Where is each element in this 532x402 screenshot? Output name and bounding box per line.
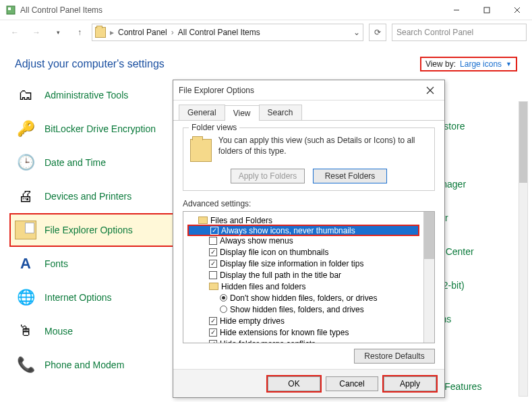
navigation-bar: ← → ▾ ↑ ▸ Control Panel › All Control Pa… [0, 20, 532, 45]
svg-rect-1 [8, 7, 11, 10]
tab-body: Folder views You can apply this view (su… [173, 121, 444, 370]
svg-rect-3 [484, 7, 490, 13]
tree-item-hide-extensions[interactable]: Hide extensions for known file types [187, 326, 419, 338]
window-title: All Control Panel Items [20, 5, 441, 15]
tab-search[interactable]: Search [259, 105, 302, 120]
control-panel-list: 🗂Administrative Tools 🔑BitLocker Drive E… [0, 78, 175, 382]
header-row: Adjust your computer's settings View by:… [0, 45, 532, 78]
up-button[interactable]: ↑ [70, 23, 89, 42]
clock-icon: 🕒 [15, 152, 36, 173]
mouse-icon: 🖱 [15, 320, 36, 342]
search-placeholder: Search Control Panel [396, 28, 473, 37]
minimize-button[interactable] [441, 0, 471, 20]
printer-icon: 🖨 [15, 185, 36, 207]
search-input[interactable]: Search Control Panel [392, 24, 527, 41]
cp-item-devices-printers[interactable]: 🖨Devices and Printers [15, 179, 175, 213]
folder-views-desc: You can apply this view (such as Details… [218, 135, 427, 156]
radio-icon[interactable] [220, 306, 227, 313]
folder-icon [190, 139, 212, 162]
scrollbar-thumb[interactable] [424, 212, 434, 259]
checkbox-icon[interactable] [210, 227, 218, 235]
admin-tools-icon: 🗂 [15, 84, 36, 106]
ok-button[interactable]: OK [268, 376, 320, 391]
chevron-down-icon: ▼ [506, 61, 512, 67]
tree-item-always-show-menus[interactable]: Always show menus [187, 235, 419, 246]
dialog-close-button[interactable] [421, 82, 439, 99]
recent-dropdown[interactable]: ▾ [49, 23, 67, 42]
apply-button[interactable]: Apply [384, 376, 436, 391]
checkbox-icon[interactable] [209, 317, 217, 325]
folder-icon [95, 27, 106, 38]
tree-item-display-full-path[interactable]: Display the full path in the title bar [187, 269, 419, 281]
vertical-scrollbar[interactable] [519, 101, 528, 397]
window-titlebar: All Control Panel Items [0, 0, 532, 20]
checkbox-icon[interactable] [209, 260, 217, 268]
tree-item-show-hidden[interactable]: Show hidden files, folders, and drives [187, 304, 419, 315]
tree-item-dont-show-hidden[interactable]: Don't show hidden files, folders, or dri… [187, 292, 419, 304]
control-panel-icon [5, 5, 16, 16]
cp-item-bitlocker[interactable]: 🔑BitLocker Drive Encryption [15, 112, 175, 146]
view-by-label: View by: [425, 59, 456, 69]
dialog-title: File Explorer Options [179, 86, 421, 95]
cp-item-fonts[interactable]: AFonts [15, 247, 175, 281]
advanced-settings-label: Advanced settings: [183, 199, 435, 208]
maximize-button[interactable] [471, 0, 502, 20]
tree-scrollbar[interactable] [423, 212, 434, 343]
tree-item-hide-merge-conflicts[interactable]: Hide folder merge conflicts [187, 338, 419, 343]
key-icon: 🔑 [15, 118, 36, 140]
cp-item-mouse[interactable]: 🖱Mouse [15, 314, 175, 348]
globe-icon: 🌐 [15, 287, 36, 308]
dialog-tabs: General View Search [173, 100, 444, 121]
folder-views-legend: Folder views [189, 123, 239, 132]
cancel-button[interactable]: Cancel [326, 376, 378, 391]
cp-item-admin-tools[interactable]: 🗂Administrative Tools [15, 78, 175, 112]
back-button[interactable]: ← [5, 23, 24, 42]
folder-views-group: Folder views You can apply this view (su… [183, 127, 435, 191]
forward-button[interactable]: → [27, 23, 46, 42]
cp-item-date-time[interactable]: 🕒Date and Time [15, 146, 175, 179]
folder-icon [209, 283, 218, 290]
apply-to-folders-button[interactable]: Apply to Folders [231, 169, 305, 183]
cp-item-phone-modem[interactable]: 📞Phone and Modem [15, 348, 175, 382]
tab-view[interactable]: View [225, 105, 260, 121]
checkbox-icon[interactable] [209, 271, 217, 279]
file-explorer-options-dialog: File Explorer Options General View Searc… [173, 80, 445, 398]
page-title: Adjust your computer's settings [15, 58, 165, 70]
cp-item-internet-options[interactable]: 🌐Internet Options [15, 281, 175, 314]
address-bar[interactable]: ▸ Control Panel › All Control Panel Item… [92, 24, 363, 41]
tree-item-display-file-icon[interactable]: Display file icon on thumbnails [187, 246, 419, 258]
refresh-button[interactable]: ⟳ [369, 24, 386, 41]
breadcrumb-root[interactable]: Control Panel [118, 28, 167, 37]
tab-general[interactable]: General [179, 105, 225, 120]
checkbox-icon[interactable] [209, 328, 217, 337]
fonts-icon: A [15, 253, 36, 275]
restore-defaults-button[interactable]: Restore Defaults [354, 349, 435, 364]
close-button[interactable] [502, 0, 532, 20]
cp-item-file-explorer-options[interactable]: File Explorer Options [9, 213, 175, 247]
breadcrumb-current[interactable]: All Control Panel Items [178, 28, 260, 37]
reset-folders-button[interactable]: Reset Folders [313, 169, 387, 183]
folder-options-icon [15, 221, 36, 239]
address-dropdown-icon[interactable]: ⌄ [353, 28, 360, 37]
radio-icon[interactable] [220, 294, 227, 302]
tree-item-display-file-size[interactable]: Display file size information in folder … [187, 258, 419, 269]
scrollbar-thumb[interactable] [519, 102, 527, 183]
view-by-value[interactable]: Large icons [460, 59, 502, 69]
advanced-settings-tree[interactable]: Files and Folders Always show icons, nev… [183, 211, 435, 343]
folder-icon [198, 217, 208, 224]
checkbox-icon[interactable] [209, 237, 217, 245]
view-by-control[interactable]: View by: Large icons ▼ [420, 57, 517, 71]
dialog-titlebar: File Explorer Options [173, 80, 444, 100]
tree-item-hide-empty-drives[interactable]: Hide empty drives [187, 315, 419, 326]
tree-group-hidden: Hidden files and folders [187, 281, 419, 292]
dialog-footer: OK Cancel Apply [173, 369, 444, 397]
phone-icon: 📞 [15, 354, 36, 376]
checkbox-icon[interactable] [209, 340, 217, 343]
checkbox-icon[interactable] [209, 248, 217, 256]
